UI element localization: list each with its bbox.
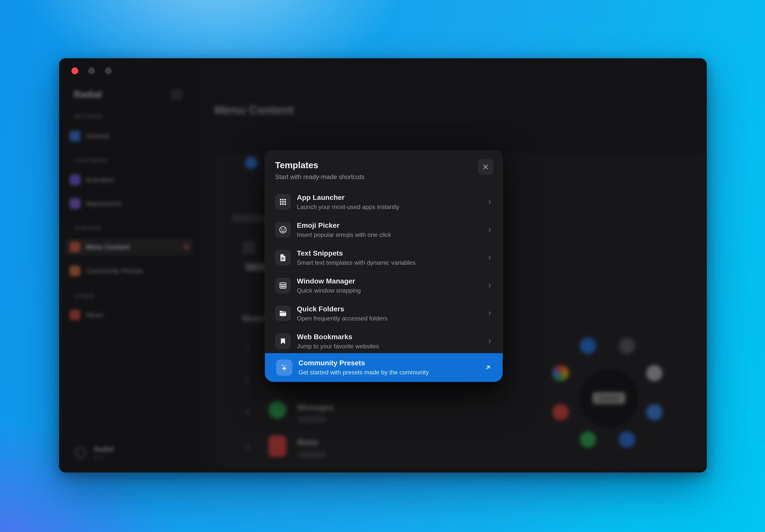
zoom-window-button[interactable] xyxy=(105,67,112,74)
template-row-web-bookmarks[interactable]: Web Bookmarks Jump to your favorite webs… xyxy=(265,327,502,355)
close-window-button[interactable] xyxy=(71,67,78,74)
template-title: Emoji Picker xyxy=(297,222,391,230)
template-row-window-manager[interactable]: Window Manager Quick window snapping xyxy=(265,271,502,299)
close-icon xyxy=(482,164,489,170)
cta-subtitle: Get started with presets made by the com… xyxy=(299,369,429,376)
template-subtitle: Quick window snapping xyxy=(297,287,361,294)
community-presets-row[interactable]: Community Presets Get started with prese… xyxy=(265,353,502,382)
template-subtitle: Launch your most-used apps instantly xyxy=(297,204,399,211)
document-icon xyxy=(275,250,291,266)
window-grid-icon xyxy=(275,277,291,293)
emoji-icon xyxy=(275,222,291,238)
template-subtitle: Insert popular emojis with one click xyxy=(297,231,391,239)
window-controls xyxy=(71,67,112,74)
app-grid-icon xyxy=(275,194,291,210)
template-title: Window Manager xyxy=(297,277,361,285)
cta-title: Community Presets xyxy=(299,359,429,367)
template-title: App Launcher xyxy=(297,194,399,202)
close-button[interactable] xyxy=(478,159,493,175)
template-row-emoji-picker[interactable]: Emoji Picker Insert popular emojis with … xyxy=(265,216,502,244)
template-subtitle: Open frequently accessed folders xyxy=(297,315,387,322)
template-title: Web Bookmarks xyxy=(297,333,379,341)
template-row-text-snippets[interactable]: Text Snippets Smart text templates with … xyxy=(265,244,502,271)
minimize-window-button[interactable] xyxy=(88,67,95,74)
chevron-right-icon xyxy=(487,283,492,288)
template-subtitle: Smart text templates with dynamic variab… xyxy=(297,259,415,266)
template-title: Text Snippets xyxy=(297,249,415,258)
chevron-right-icon xyxy=(487,255,492,261)
bookmark-icon xyxy=(275,333,291,349)
chevron-right-icon xyxy=(487,310,492,316)
template-title: Quick Folders xyxy=(297,305,387,313)
chevron-right-icon xyxy=(487,227,492,233)
modal-title: Templates xyxy=(275,160,492,170)
chevron-right-icon xyxy=(487,338,492,344)
modal-subtitle: Start with ready-made shortcuts xyxy=(275,173,492,181)
modal-header: Templates Start with ready-made shortcut… xyxy=(265,151,502,188)
template-list: App Launcher Launch your most-used apps … xyxy=(265,188,502,355)
arrow-up-right-icon xyxy=(484,364,491,371)
template-subtitle: Jump to your favorite websites xyxy=(297,343,379,350)
folder-icon xyxy=(275,305,291,321)
template-row-app-launcher[interactable]: App Launcher Launch your most-used apps … xyxy=(265,188,502,216)
template-row-quick-folders[interactable]: Quick Folders Open frequently accessed f… xyxy=(265,299,502,327)
sparkles-icon xyxy=(276,359,292,376)
chevron-right-icon xyxy=(487,199,492,205)
templates-modal: Templates Start with ready-made shortcut… xyxy=(265,150,503,382)
